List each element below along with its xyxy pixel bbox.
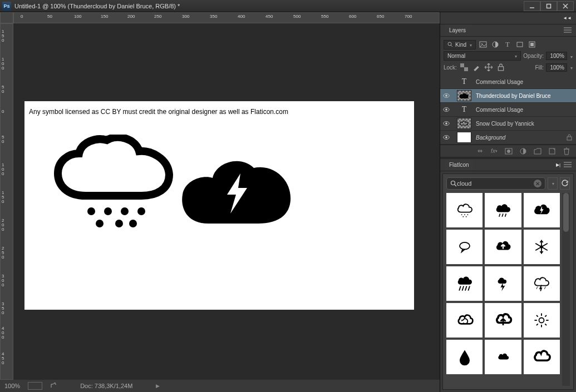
link-layers-icon[interactable]: ⇔ bbox=[475, 146, 485, 156]
clear-search-icon[interactable]: ✕ bbox=[534, 180, 541, 187]
icon-cell-cloud-small[interactable] bbox=[485, 340, 521, 374]
mask-icon[interactable] bbox=[504, 146, 514, 156]
layer-name[interactable]: Snow Cloud by Yannick bbox=[474, 121, 576, 127]
layer-name[interactable]: Background bbox=[474, 135, 566, 141]
svg-line-48 bbox=[499, 214, 500, 216]
fx-icon[interactable]: fx▾ bbox=[489, 146, 499, 156]
svg-line-58 bbox=[465, 286, 467, 291]
fill-input[interactable]: 100% bbox=[546, 63, 567, 72]
filter-image-icon[interactable] bbox=[478, 39, 488, 49]
layer-name[interactable]: Thundercloud by Daniel Bruce bbox=[474, 93, 576, 99]
panel-collapse-bar[interactable]: ◄◄ bbox=[440, 12, 576, 24]
scrollbar[interactable] bbox=[562, 193, 570, 386]
document-canvas[interactable]: Any symbol licensed as CC BY must credit… bbox=[24, 101, 414, 310]
lock-transparent-icon[interactable] bbox=[459, 62, 469, 72]
filter-text-icon[interactable]: T bbox=[503, 39, 513, 49]
lock-move-icon[interactable] bbox=[484, 62, 494, 72]
svg-rect-23 bbox=[464, 67, 468, 71]
maximize-button[interactable] bbox=[540, 1, 557, 11]
icon-cell-heavy-rain[interactable] bbox=[446, 266, 483, 301]
share-icon[interactable] bbox=[50, 382, 57, 390]
svg-point-26 bbox=[445, 95, 447, 96]
zoom-level[interactable]: 100% bbox=[4, 383, 20, 389]
canvas-caption: Any symbol licensed as CC BY must credit… bbox=[29, 108, 288, 116]
icon-cell-cloud-bold-outline[interactable] bbox=[524, 340, 560, 374]
blend-mode-dropdown[interactable]: Normal bbox=[444, 51, 521, 61]
flaticon-panel-header: FlatIcon ▶| bbox=[440, 159, 576, 171]
filter-shape-icon[interactable] bbox=[515, 39, 525, 49]
icon-cell-drop[interactable] bbox=[446, 340, 483, 374]
svg-line-15 bbox=[451, 45, 452, 47]
icon-cell-thundercloud-solid[interactable] bbox=[524, 193, 560, 227]
fill-dropdown-icon[interactable] bbox=[569, 64, 573, 71]
visibility-toggle[interactable] bbox=[440, 120, 452, 127]
layers-tab[interactable]: Layers bbox=[445, 25, 470, 36]
icon-results-grid bbox=[446, 193, 560, 386]
svg-point-4 bbox=[87, 207, 95, 215]
close-button[interactable] bbox=[557, 1, 574, 11]
ruler-horizontal: 0501001502002503003504004505005506006507… bbox=[13, 12, 440, 23]
filter-kind-dropdown[interactable]: Kind bbox=[444, 40, 476, 49]
scrollbar-thumb[interactable] bbox=[563, 193, 569, 232]
minimize-button[interactable] bbox=[524, 1, 540, 11]
filter-adjustment-icon[interactable] bbox=[490, 39, 500, 49]
svg-line-70 bbox=[545, 315, 547, 317]
icon-cell-storm-outline[interactable] bbox=[524, 266, 560, 301]
visibility-toggle[interactable] bbox=[440, 134, 452, 141]
snow-cloud-icon[interactable] bbox=[52, 135, 175, 235]
opacity-input[interactable]: 100% bbox=[546, 52, 567, 60]
layer-thumbnail-icon bbox=[457, 90, 471, 101]
preview-icon[interactable] bbox=[28, 382, 42, 390]
icon-cell-cloud-sync[interactable] bbox=[446, 303, 483, 338]
layer-row[interactable]: Thundercloud by Daniel Bruce bbox=[440, 89, 576, 103]
svg-point-55 bbox=[541, 246, 543, 248]
svg-rect-24 bbox=[498, 67, 503, 71]
icon-cell-cloud-rain-solid[interactable] bbox=[485, 193, 521, 227]
layer-row[interactable]: Background bbox=[440, 131, 576, 145]
svg-rect-33 bbox=[567, 137, 572, 140]
thundercloud-icon[interactable] bbox=[180, 151, 292, 229]
refresh-button[interactable] bbox=[560, 177, 570, 190]
document-viewport[interactable]: Any symbol licensed as CC BY must credit… bbox=[13, 23, 440, 380]
collapse-arrows-icon[interactable]: ◄◄ bbox=[563, 16, 572, 21]
fill-label: Fill: bbox=[535, 64, 544, 71]
icon-cell-snowflake[interactable] bbox=[524, 230, 560, 264]
opacity-dropdown-icon[interactable] bbox=[569, 53, 573, 59]
svg-point-41 bbox=[451, 181, 455, 185]
icon-cell-speech-bubble[interactable] bbox=[446, 230, 483, 264]
layers-panel-header: Layers bbox=[440, 24, 576, 37]
layer-row[interactable]: T Commercial Usage bbox=[440, 75, 576, 89]
search-icon bbox=[447, 42, 453, 47]
panel-menu-icon[interactable] bbox=[564, 162, 572, 168]
search-options-dropdown[interactable] bbox=[548, 177, 558, 190]
layer-row[interactable]: Snow Cloud by Yannick bbox=[440, 117, 576, 131]
filter-smart-icon[interactable] bbox=[527, 39, 537, 49]
adjustment-layer-icon[interactable] bbox=[518, 146, 528, 156]
svg-line-67 bbox=[536, 315, 538, 317]
svg-rect-1 bbox=[547, 4, 551, 8]
visibility-toggle[interactable] bbox=[440, 92, 452, 99]
layers-list: T Commercial Usage Thundercloud by Danie… bbox=[440, 75, 576, 145]
icon-cell-cloud-up-bold[interactable] bbox=[485, 303, 521, 338]
panel-menu-icon[interactable] bbox=[564, 27, 572, 34]
visibility-toggle[interactable] bbox=[440, 106, 452, 113]
svg-point-10 bbox=[129, 220, 137, 227]
new-layer-icon[interactable] bbox=[547, 146, 557, 156]
icon-cell-lightning[interactable] bbox=[485, 266, 521, 301]
layer-name[interactable]: Commercial Usage bbox=[474, 107, 576, 113]
svg-point-28 bbox=[445, 108, 447, 110]
icon-cell-cloud-rain-outline[interactable] bbox=[446, 193, 483, 227]
flaticon-tab[interactable]: FlatIcon bbox=[445, 160, 474, 170]
search-input[interactable] bbox=[457, 180, 534, 187]
trash-icon[interactable] bbox=[562, 146, 572, 156]
panel-expand-icon[interactable]: ▶| bbox=[556, 162, 560, 167]
search-box[interactable]: ✕ bbox=[446, 177, 545, 190]
play-icon[interactable]: ▶ bbox=[156, 383, 160, 389]
layer-row[interactable]: T Commercial Usage bbox=[440, 103, 576, 117]
layer-name[interactable]: Commercial Usage bbox=[474, 79, 576, 85]
icon-cell-sun[interactable] bbox=[524, 303, 560, 338]
group-icon[interactable] bbox=[533, 146, 543, 156]
icon-cell-cloud-upload[interactable] bbox=[485, 230, 521, 264]
lock-all-icon[interactable] bbox=[496, 62, 506, 72]
lock-brush-icon[interactable] bbox=[471, 62, 481, 72]
